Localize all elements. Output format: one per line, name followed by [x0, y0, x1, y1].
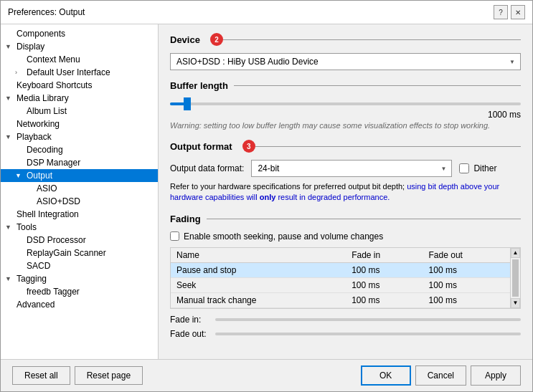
col-name: Name	[171, 248, 346, 263]
sidebar-item-shell-integration[interactable]: Shell Integration	[1, 208, 158, 221]
sidebar-item-freedb-tagger[interactable]: freedb Tagger	[1, 285, 158, 298]
apply-button[interactable]: Apply	[471, 365, 521, 386]
buffer-warning: Warning: setting too low buffer length m…	[170, 121, 521, 130]
sidebar-item-default-ui[interactable]: ›Default User Interface	[1, 66, 158, 79]
buffer-slider-track[interactable]	[170, 102, 521, 105]
fading-scrollbar: ▲ ▼	[510, 248, 520, 308]
sidebar-item-dsp-manager[interactable]: DSP Manager	[1, 156, 158, 169]
reset-all-button[interactable]: Reset all	[12, 366, 70, 385]
fade-out-slider[interactable]	[215, 333, 521, 335]
format-row: Output data format: 24-bit16-bit32-bit f…	[170, 160, 521, 177]
sidebar-item-asio-dsd[interactable]: ASIO+DSD	[1, 195, 158, 208]
scroll-down-button[interactable]: ▼	[511, 298, 520, 308]
reset-page-button[interactable]: Reset page	[75, 366, 143, 385]
fade-in-row: Fade in:	[170, 315, 521, 325]
sidebar-label-shell-integration: Shell Integration	[16, 209, 79, 219]
sidebar-label-advanced: Advanced	[16, 300, 55, 310]
sidebar-label-keyboard-shortcuts: Keyboard Shortcuts	[16, 80, 92, 90]
output-format-line	[255, 146, 521, 147]
fading-line	[207, 219, 521, 219]
fading-header: Fading	[170, 214, 521, 224]
sidebar-item-tagging[interactable]: ▼Tagging	[1, 272, 158, 285]
sidebar-label-playback: Playback	[16, 132, 52, 142]
fading-table: Name Fade in Fade out Pause and stop100 …	[171, 248, 510, 308]
sidebar-item-networking[interactable]: Networking	[1, 118, 158, 130]
fading-table-container: Name Fade in Fade out Pause and stop100 …	[170, 247, 521, 309]
fading-cell-fadeOut-1: 100 ms	[423, 277, 510, 292]
fading-cell-name-2: Manual track change	[171, 292, 346, 307]
toggle-icon-tools: ▼	[5, 224, 16, 231]
title-bar-buttons: ? ✕	[494, 5, 525, 19]
sidebar-item-keyboard-shortcuts[interactable]: Keyboard Shortcuts	[1, 79, 158, 92]
fade-out-label: Fade out:	[170, 329, 209, 339]
help-button[interactable]: ?	[494, 5, 508, 19]
toggle-icon-media-library: ▼	[5, 95, 16, 102]
output-format-badge: 3	[242, 140, 255, 153]
fading-table-row[interactable]: Manual track change100 ms100 ms	[171, 292, 510, 307]
sidebar-item-album-list[interactable]: Album List	[1, 105, 158, 118]
buffer-section: Buffer length 1000 ms Warning: setting t…	[170, 80, 521, 130]
sidebar-label-context-menu: Context Menu	[27, 54, 80, 64]
btn-group-right: OK Cancel Apply	[361, 365, 521, 386]
scroll-up-button[interactable]: ▲	[511, 248, 520, 258]
sidebar-label-networking: Networking	[16, 119, 60, 129]
sidebar-label-display: Display	[16, 42, 44, 52]
sidebar-label-default-ui: Default User Interface	[27, 67, 110, 77]
sidebar-item-playback[interactable]: ▼Playback	[1, 130, 158, 143]
cancel-button[interactable]: Cancel	[415, 365, 466, 386]
buffer-slider-thumb[interactable]	[184, 97, 191, 110]
output-format-section: Output format 3 Output data format: 24-b…	[170, 140, 521, 204]
sidebar-item-dsd-processor[interactable]: DSD Processor	[1, 234, 158, 247]
sidebar: Components▼DisplayContext Menu›Default U…	[1, 24, 159, 359]
buffer-value: 1000 ms	[170, 110, 521, 120]
output-format-header: Output format 3	[170, 140, 521, 153]
bottom-buttons: Reset all Reset page OK Cancel Apply	[1, 359, 532, 391]
buffer-header: Buffer length	[170, 80, 521, 91]
toggle-icon-tagging: ▼	[5, 275, 16, 282]
sidebar-label-freedb-tagger: freedb Tagger	[27, 287, 80, 297]
sidebar-item-decoding[interactable]: Decoding	[1, 143, 158, 156]
sidebar-item-advanced[interactable]: Advanced	[1, 298, 158, 311]
dialog-title: Preferences: Output	[8, 7, 85, 17]
sidebar-item-sacd[interactable]: SACD	[1, 259, 158, 272]
close-button[interactable]: ✕	[511, 5, 525, 19]
device-line	[223, 39, 521, 40]
fading-checkbox-label: Enable smooth seeking, pause and volume …	[184, 231, 383, 242]
sidebar-label-asio-dsd: ASIO+DSD	[37, 196, 80, 206]
scroll-thumb[interactable]	[512, 259, 519, 297]
fading-cell-name-0: Pause and stop	[171, 262, 346, 277]
sidebar-item-tools[interactable]: ▼Tools	[1, 221, 158, 234]
sidebar-label-tagging: Tagging	[16, 274, 47, 284]
sidebar-item-replaygain-scanner[interactable]: ReplayGain Scanner	[1, 247, 158, 259]
fading-table-row[interactable]: Seek100 ms100 ms	[171, 277, 510, 292]
device-header: Device 2	[170, 33, 521, 46]
dither-checkbox[interactable]	[459, 163, 469, 173]
col-fadein: Fade in	[346, 248, 423, 263]
fading-cell-fadeIn-0: 100 ms	[346, 262, 423, 277]
sidebar-label-output: Output	[27, 171, 52, 181]
fade-out-row: Fade out:	[170, 329, 521, 339]
preferences-dialog: Preferences: Output ? ✕ Components▼Displ…	[0, 0, 533, 392]
fading-table-row[interactable]: Pause and stop100 ms100 ms	[171, 262, 510, 277]
ok-button[interactable]: OK	[361, 365, 411, 386]
fade-in-slider[interactable]	[215, 318, 521, 321]
sidebar-label-album-list: Album List	[27, 106, 67, 116]
sidebar-item-output[interactable]: ▼Output	[1, 169, 158, 182]
format-dropdown-wrapper: 24-bit16-bit32-bit float	[251, 160, 452, 177]
fading-cell-fadeOut-0: 100 ms	[423, 262, 510, 277]
sidebar-item-components[interactable]: Components	[1, 27, 158, 40]
sidebar-item-display[interactable]: ▼Display	[1, 40, 158, 53]
fading-title: Fading	[170, 214, 201, 224]
device-dropdown-wrapper: ASIO+DSD : HiBy USB Audio Device	[170, 53, 521, 70]
toggle-icon-playback: ▼	[5, 133, 16, 140]
output-format-title: Output format	[170, 141, 232, 152]
sidebar-label-components: Components	[16, 29, 65, 39]
btn-group-left: Reset all Reset page	[12, 366, 143, 385]
device-dropdown[interactable]: ASIO+DSD : HiBy USB Audio Device	[170, 53, 521, 70]
fading-checkbox[interactable]	[170, 231, 179, 241]
sidebar-item-context-menu[interactable]: Context Menu	[1, 53, 158, 66]
fade-controls: Fade in: Fade out:	[170, 315, 521, 339]
sidebar-item-media-library[interactable]: ▼Media Library	[1, 92, 158, 105]
format-dropdown[interactable]: 24-bit16-bit32-bit float	[251, 160, 452, 177]
sidebar-item-asio[interactable]: ASIO	[1, 182, 158, 195]
